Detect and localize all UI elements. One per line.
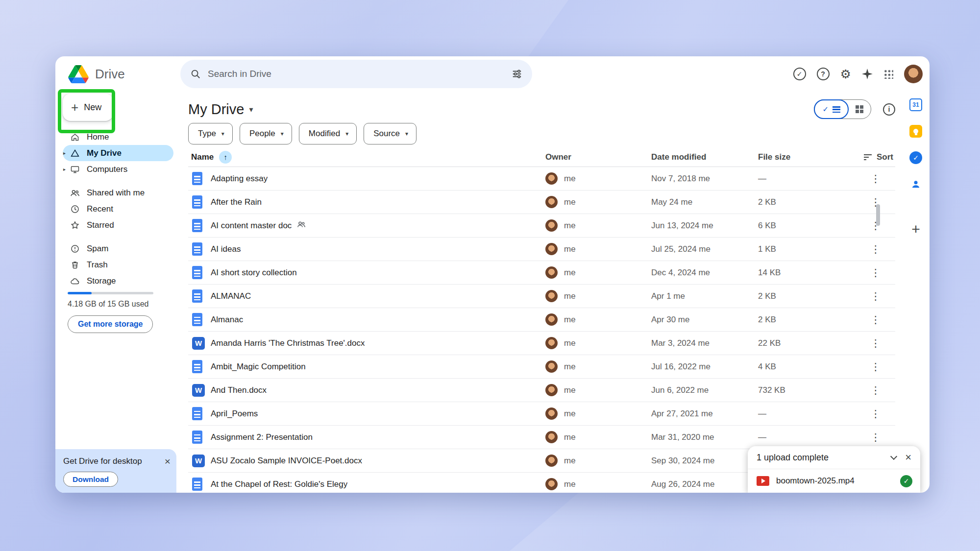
sidebar-item-spam[interactable]: Spam xyxy=(63,240,173,257)
details-info-icon[interactable]: i xyxy=(883,103,895,116)
drive-brand[interactable]: Drive xyxy=(55,65,180,83)
account-avatar[interactable] xyxy=(904,65,923,83)
scrollbar-thumb[interactable] xyxy=(876,204,880,226)
search-input[interactable] xyxy=(208,69,505,79)
column-size[interactable]: File size xyxy=(758,152,856,162)
file-list: Adapting essay me Nov 7, 2018 me — ⋮ Aft… xyxy=(188,167,895,493)
page-title-dropdown[interactable]: My Drive ▾ xyxy=(188,101,253,118)
sidebar-item-home[interactable]: Home xyxy=(63,129,173,145)
gemini-sparkle-icon[interactable] xyxy=(862,69,873,79)
promo-close-icon[interactable]: × xyxy=(165,456,171,466)
keep-icon[interactable] xyxy=(909,125,922,138)
table-row[interactable]: Almanac me Apr 30 me 2 KB ⋮ xyxy=(188,308,895,332)
sidebar-nav: Home ▸ My Drive ▸ Computers xyxy=(63,129,180,289)
chevron-down-icon: ▾ xyxy=(281,130,284,137)
sidebar-item-computers[interactable]: ▸ Computers xyxy=(63,161,173,177)
grid-view-button[interactable] xyxy=(848,100,871,119)
file-size: 2 KB xyxy=(758,315,856,325)
grid-view-icon xyxy=(856,105,863,113)
table-row[interactable]: Adapting essay me Nov 7, 2018 me — ⋮ xyxy=(188,167,895,191)
toast-collapse-chevron-icon[interactable] xyxy=(890,453,897,460)
drive-desktop-promo: Get Drive for desktop × Download xyxy=(55,449,176,493)
contacts-icon[interactable] xyxy=(909,178,922,191)
chevron-down-icon: ▾ xyxy=(345,130,348,137)
sidebar-item-shared-with-me[interactable]: Shared with me xyxy=(63,185,173,201)
filter-type[interactable]: Type▾ xyxy=(188,123,233,144)
table-row[interactable]: Assignment 2: Presentation me Mar 31, 20… xyxy=(188,426,895,449)
table-row[interactable]: ALMANAC me Apr 1 me 2 KB ⋮ xyxy=(188,285,895,308)
get-more-storage-button[interactable]: Get more storage xyxy=(68,315,153,333)
sidebar-item-recent[interactable]: Recent xyxy=(63,201,173,217)
row-menu-button[interactable]: ⋮ xyxy=(856,173,895,185)
column-owner[interactable]: Owner xyxy=(545,152,651,162)
date-modified: Mar 3, 2024 me xyxy=(651,338,758,348)
settings-gear-icon[interactable]: ⚙ xyxy=(840,68,851,80)
row-menu-button[interactable]: ⋮ xyxy=(856,220,895,232)
storage-progress-fill xyxy=(68,292,92,294)
row-menu-button[interactable]: ⋮ xyxy=(856,267,895,279)
tasks-icon[interactable]: ✓ xyxy=(909,151,922,164)
owner-name: me xyxy=(564,197,576,207)
search-options-tune-icon[interactable] xyxy=(512,69,522,79)
storage-used-text: 4.18 GB of 15 GB used xyxy=(68,300,180,309)
row-menu-button[interactable]: ⋮ xyxy=(856,408,895,420)
calendar-icon[interactable]: 31 xyxy=(909,98,922,111)
sidebar-item-storage[interactable]: Storage xyxy=(63,273,173,289)
column-modified[interactable]: Date modified xyxy=(651,152,758,162)
list-view-button[interactable]: ✓ xyxy=(814,99,849,119)
table-row[interactable]: W Amanda Harris 'The Christmas Tree'.doc… xyxy=(188,332,895,355)
owner-avatar xyxy=(545,431,558,443)
add-panel-plus-icon[interactable]: + xyxy=(911,222,920,237)
column-name[interactable]: Name ↑ xyxy=(188,151,545,164)
sort-button[interactable]: Sort xyxy=(856,152,895,162)
uploaded-file-row[interactable]: boomtown-2025.mp4 ✓ xyxy=(748,469,920,493)
owner-avatar xyxy=(545,360,558,373)
expand-arrow-icon[interactable]: ▸ xyxy=(63,167,66,172)
shared-people-icon xyxy=(297,220,306,231)
filter-people[interactable]: People▾ xyxy=(240,123,292,144)
filter-modified[interactable]: Modified▾ xyxy=(299,123,357,144)
expand-arrow-icon[interactable]: ▸ xyxy=(63,150,66,156)
row-menu-button[interactable]: ⋮ xyxy=(856,314,895,326)
table-row[interactable]: Ambit_Magic Competition me Jul 16, 2022 … xyxy=(188,355,895,379)
offline-status-check-icon[interactable]: ✓ xyxy=(793,68,806,80)
toast-close-icon[interactable]: × xyxy=(905,452,911,463)
owner-name: me xyxy=(564,456,576,466)
row-menu-button[interactable]: ⋮ xyxy=(856,337,895,349)
table-row[interactable]: After the Rain me May 24 me 2 KB ⋮ xyxy=(188,191,895,214)
sidebar-item-my-drive[interactable]: ▸ My Drive xyxy=(63,145,173,161)
my-drive-icon xyxy=(70,148,80,158)
sort-ascending-icon[interactable]: ↑ xyxy=(219,151,232,164)
file-type-icon xyxy=(192,289,202,303)
row-menu-button[interactable]: ⋮ xyxy=(856,431,895,443)
search-bar[interactable] xyxy=(180,60,532,88)
table-row[interactable]: AI ideas me Jul 25, 2024 me 1 KB ⋮ xyxy=(188,238,895,261)
upload-success-icon: ✓ xyxy=(900,475,912,487)
row-menu-button[interactable]: ⋮ xyxy=(856,361,895,373)
row-menu-button[interactable]: ⋮ xyxy=(856,243,895,255)
download-button[interactable]: Download xyxy=(63,472,118,487)
google-apps-grid-icon[interactable] xyxy=(883,69,893,79)
drive-logo-icon xyxy=(68,65,89,83)
table-row[interactable]: April_Poems me Apr 27, 2021 me — ⋮ xyxy=(188,402,895,426)
owner-avatar xyxy=(545,384,558,396)
sidebar-item-starred[interactable]: Starred xyxy=(63,217,173,233)
promo-title: Get Drive for desktop xyxy=(63,456,142,466)
table-row[interactable]: AI short story collection me Dec 4, 2024… xyxy=(188,261,895,285)
help-icon[interactable]: ? xyxy=(817,68,830,80)
drive-window: Drive ✓ ? ⚙ + New xyxy=(55,56,930,493)
filter-source[interactable]: Source▾ xyxy=(364,123,416,144)
row-menu-button[interactable]: ⋮ xyxy=(856,290,895,302)
row-menu-button[interactable]: ⋮ xyxy=(856,384,895,396)
upload-toast: 1 upload complete × boomtown-2025.mp4 ✓ xyxy=(748,446,920,493)
row-menu-button[interactable]: ⋮ xyxy=(856,196,895,208)
new-button[interactable]: + New xyxy=(63,94,113,121)
list-view-icon xyxy=(833,106,840,113)
owner-name: me xyxy=(564,362,576,372)
table-row[interactable]: W And Then.docx me Jun 6, 2022 me 732 KB… xyxy=(188,379,895,402)
file-name: AI ideas xyxy=(211,244,241,254)
table-row[interactable]: AI content master doc me Jun 13, 2024 me… xyxy=(188,214,895,238)
sidebar-item-trash[interactable]: Trash xyxy=(63,257,173,273)
file-name: At the Chapel of Rest: Goldie's Elegy xyxy=(211,479,347,489)
date-modified: Jul 25, 2024 me xyxy=(651,244,758,254)
